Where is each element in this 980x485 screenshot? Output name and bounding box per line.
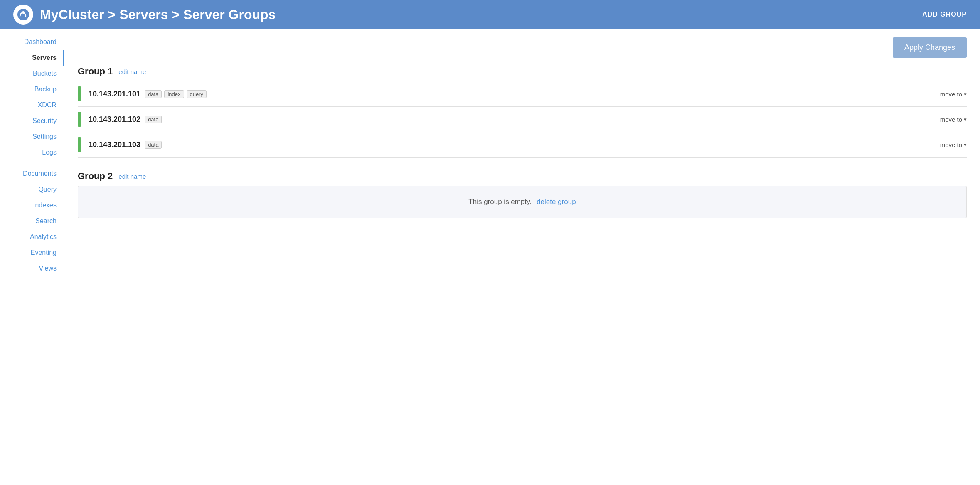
sidebar-item-views[interactable]: Views xyxy=(0,261,64,276)
server-1-tag-index: index xyxy=(164,90,184,98)
header: MyCluster > Servers > Server Groups ADD … xyxy=(0,0,980,29)
sidebar-item-xdcr[interactable]: XDCR xyxy=(0,97,64,113)
server-1-status-bar xyxy=(78,86,81,101)
svg-point-0 xyxy=(17,9,29,20)
sidebar-item-indexes[interactable]: Indexes xyxy=(0,197,64,213)
group-1-name: Group 1 xyxy=(78,66,113,77)
group-2-header: Group 2 edit name xyxy=(78,171,967,182)
sidebar-item-servers[interactable]: Servers xyxy=(0,50,64,66)
server-1-tag-data: data xyxy=(145,90,162,98)
sidebar-item-query[interactable]: Query xyxy=(0,182,64,197)
apply-changes-button[interactable]: Apply Changes xyxy=(893,37,967,58)
server-2-tag-data: data xyxy=(145,116,162,123)
server-1-tags: data index query xyxy=(145,90,207,98)
group-section-1: Group 1 edit name 10.143.201.101 data in… xyxy=(78,66,967,158)
group-1-header: Group 1 edit name xyxy=(78,66,967,77)
sidebar-item-eventing[interactable]: Eventing xyxy=(0,245,64,261)
sidebar-item-search[interactable]: Search xyxy=(0,213,64,229)
main-content: Apply Changes Group 1 edit name 10.143.2… xyxy=(64,29,980,485)
server-2-ip: 10.143.201.102 xyxy=(89,115,140,124)
sidebar-item-security[interactable]: Security xyxy=(0,113,64,129)
server-row-2: 10.143.201.102 data move to xyxy=(78,106,967,132)
app-logo xyxy=(13,5,33,25)
server-row-1: 10.143.201.101 data index query move to xyxy=(78,81,967,106)
add-group-button[interactable]: ADD GROUP xyxy=(922,11,967,18)
server-3-status-bar xyxy=(78,137,81,152)
server-2-tags: data xyxy=(145,116,162,123)
sidebar-item-logs[interactable]: Logs xyxy=(0,145,64,160)
group-2-name: Group 2 xyxy=(78,171,113,182)
sidebar-divider xyxy=(0,163,64,163)
sidebar-item-settings[interactable]: Settings xyxy=(0,129,64,145)
server-3-move-to[interactable]: move to xyxy=(940,141,967,148)
server-3-tags: data xyxy=(145,141,162,149)
sidebar-item-backup[interactable]: Backup xyxy=(0,81,64,97)
group-1-edit-name[interactable]: edit name xyxy=(118,68,146,75)
sidebar-item-documents[interactable]: Documents xyxy=(0,166,64,182)
header-left: MyCluster > Servers > Server Groups xyxy=(13,5,276,25)
server-1-move-to[interactable]: move to xyxy=(940,91,967,98)
delete-group-link[interactable]: delete group xyxy=(537,198,576,206)
server-1-ip: 10.143.201.101 xyxy=(89,90,140,98)
page-title: MyCluster > Servers > Server Groups xyxy=(40,7,276,22)
svg-point-1 xyxy=(22,11,25,14)
group-2-edit-name[interactable]: edit name xyxy=(118,173,146,180)
server-row-3: 10.143.201.103 data move to xyxy=(78,132,967,158)
group-section-2: Group 2 edit name This group is empty. d… xyxy=(78,171,967,218)
server-1-tag-query: query xyxy=(187,90,207,98)
group-empty-message: This group is empty. xyxy=(468,198,532,206)
group-2-empty: This group is empty. delete group xyxy=(78,186,967,218)
sidebar-item-buckets[interactable]: Buckets xyxy=(0,66,64,81)
body-layout: Dashboard Servers Buckets Backup XDCR Se… xyxy=(0,29,980,485)
top-bar: Apply Changes xyxy=(78,37,967,58)
server-3-ip: 10.143.201.103 xyxy=(89,140,140,149)
server-2-move-to[interactable]: move to xyxy=(940,116,967,123)
sidebar: Dashboard Servers Buckets Backup XDCR Se… xyxy=(0,29,64,485)
sidebar-item-dashboard[interactable]: Dashboard xyxy=(0,34,64,50)
server-2-status-bar xyxy=(78,112,81,127)
server-3-tag-data: data xyxy=(145,141,162,149)
sidebar-item-analytics[interactable]: Analytics xyxy=(0,229,64,245)
